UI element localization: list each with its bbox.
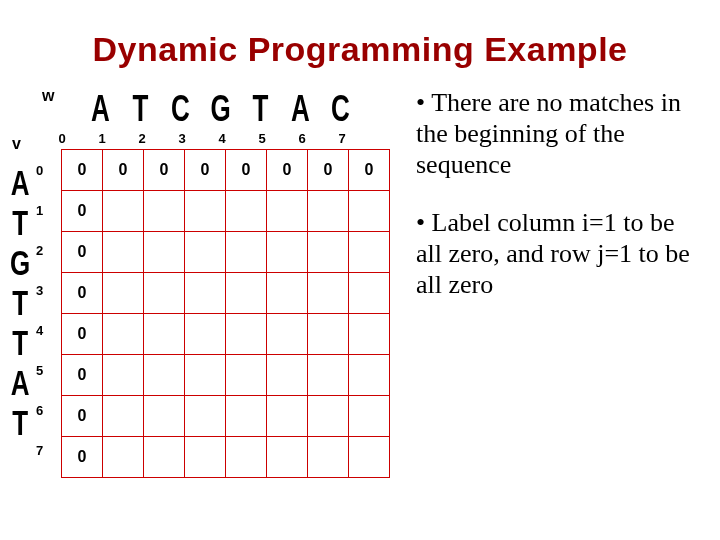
cell (226, 191, 267, 232)
col-sequence: A T C G T A C (80, 87, 360, 118)
cell (226, 355, 267, 396)
slide: Dynamic Programming Example w v A T C G … (0, 0, 720, 540)
cell (349, 396, 390, 437)
cell (308, 355, 349, 396)
cell (308, 396, 349, 437)
col-seq-char: C (160, 87, 200, 130)
cell (103, 396, 144, 437)
cell (103, 232, 144, 273)
cell: 0 (62, 273, 103, 314)
row-idx: 5 (36, 351, 43, 391)
cell (349, 232, 390, 273)
cell (349, 191, 390, 232)
content-row: w v A T C G T A C 0 1 2 3 4 5 6 7 (0, 87, 720, 487)
col-seq-char: G (200, 87, 240, 130)
cell (267, 273, 308, 314)
cell: 0 (144, 150, 185, 191)
cell (267, 232, 308, 273)
cell: 0 (308, 150, 349, 191)
cell (267, 191, 308, 232)
cell (185, 437, 226, 478)
col-indices: 0 1 2 3 4 5 6 7 (42, 131, 362, 146)
row-idx: 6 (36, 391, 43, 431)
matrix-row: 0 (62, 355, 390, 396)
col-seq-char: A (280, 87, 320, 130)
cell (185, 273, 226, 314)
cell (103, 191, 144, 232)
cell (144, 232, 185, 273)
cell (185, 232, 226, 273)
cell (349, 314, 390, 355)
cell (308, 232, 349, 273)
cell (144, 314, 185, 355)
slide-title: Dynamic Programming Example (0, 0, 720, 69)
col-idx: 7 (322, 131, 362, 146)
bullet-2: • Label column i=1 to be all zero, and r… (416, 207, 706, 301)
cell (226, 437, 267, 478)
cell: 0 (62, 437, 103, 478)
cell (267, 396, 308, 437)
row-sequence: A T G T T A T (10, 163, 30, 443)
row-idx: 3 (36, 271, 43, 311)
cell (185, 396, 226, 437)
cell (144, 355, 185, 396)
matrix-row: 0 (62, 232, 390, 273)
w-label: w (42, 87, 54, 105)
cell (103, 273, 144, 314)
col-seq-char: A (80, 87, 120, 130)
col-seq-char: T (240, 87, 280, 130)
cell (103, 355, 144, 396)
matrix-row: 0 (62, 191, 390, 232)
cell: 0 (349, 150, 390, 191)
cell: 0 (62, 150, 103, 191)
cell (185, 314, 226, 355)
cell (308, 191, 349, 232)
cell (144, 191, 185, 232)
cell (267, 314, 308, 355)
bullet-list: • There are no matches in the beginning … (416, 87, 706, 487)
matrix-row: 0 (62, 273, 390, 314)
cell (267, 355, 308, 396)
col-idx: 2 (122, 131, 162, 146)
cell (308, 437, 349, 478)
cell: 0 (267, 150, 308, 191)
cell: 0 (62, 191, 103, 232)
bullet-1: • There are no matches in the beginning … (416, 87, 706, 181)
row-idx: 2 (36, 231, 43, 271)
row-indices: 0 1 2 3 4 5 6 7 (36, 151, 43, 471)
cell (144, 437, 185, 478)
cell (226, 314, 267, 355)
cell (185, 355, 226, 396)
cell (144, 273, 185, 314)
cell (226, 232, 267, 273)
row-idx: 7 (36, 431, 43, 471)
dp-matrix: 00000000 0 0 0 0 0 0 (61, 149, 390, 478)
cell: 0 (62, 396, 103, 437)
row-idx: 0 (36, 151, 43, 191)
row-idx: 1 (36, 191, 43, 231)
cell (267, 437, 308, 478)
matrix-row: 00000000 (62, 150, 390, 191)
row-seq-char: T (10, 403, 30, 457)
col-idx: 0 (42, 131, 82, 146)
col-seq-char: T (120, 87, 160, 130)
col-idx: 4 (202, 131, 242, 146)
cell (349, 355, 390, 396)
matrix-row: 0 (62, 437, 390, 478)
cell (103, 314, 144, 355)
row-idx: 4 (36, 311, 43, 351)
cell (144, 396, 185, 437)
cell: 0 (62, 355, 103, 396)
col-idx: 6 (282, 131, 322, 146)
cell: 0 (62, 232, 103, 273)
matrix-row: 0 (62, 396, 390, 437)
col-seq-char: C (320, 87, 360, 130)
cell (308, 314, 349, 355)
col-idx: 1 (82, 131, 122, 146)
cell: 0 (226, 150, 267, 191)
cell: 0 (103, 150, 144, 191)
cell (349, 437, 390, 478)
cell (226, 396, 267, 437)
col-idx: 3 (162, 131, 202, 146)
cell: 0 (185, 150, 226, 191)
